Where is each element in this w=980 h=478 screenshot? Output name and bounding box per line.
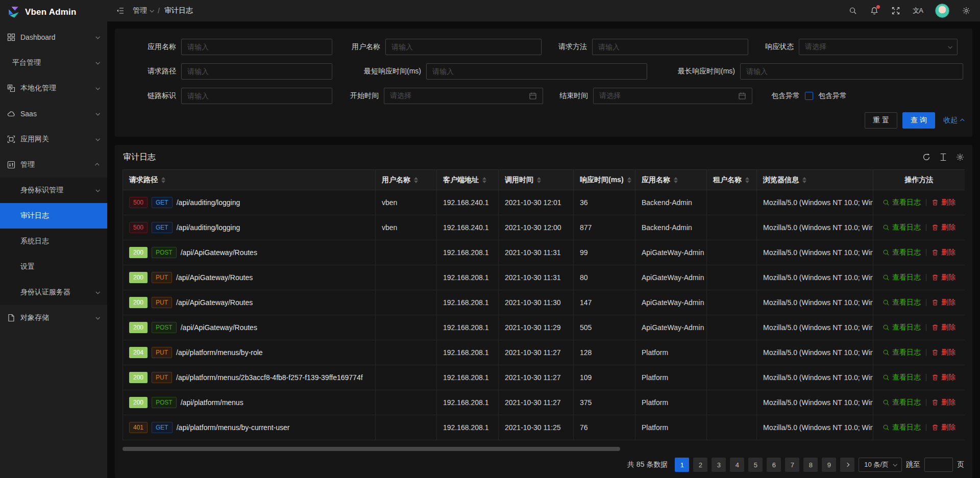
- sidebar-item-管理[interactable]: 管理: [0, 152, 107, 178]
- logo[interactable]: Vben Admin: [0, 0, 107, 24]
- notification-bell-icon[interactable]: [870, 6, 879, 15]
- page-size-select[interactable]: 10 条/页: [859, 458, 902, 472]
- table-row: 200POST/api/ApiGateway/Routes 192.168.20…: [123, 240, 965, 265]
- delete-button[interactable]: 删除: [932, 323, 955, 332]
- gateway-icon: [7, 135, 15, 143]
- min-response-time-input[interactable]: [426, 63, 647, 80]
- page-button-2[interactable]: 2: [693, 458, 707, 472]
- page-button-4[interactable]: 4: [730, 458, 744, 472]
- request-path-label: 请求路径: [123, 67, 181, 76]
- sidebar-item-平台管理[interactable]: 平台管理: [0, 50, 107, 76]
- end-time-picker[interactable]: 请选择: [593, 88, 752, 104]
- cell-app-name: ApiGateWay-Admin: [635, 240, 707, 265]
- search-icon[interactable]: [848, 6, 857, 15]
- start-time-picker[interactable]: 请选择: [384, 88, 543, 104]
- sidebar-item-label: 系统日志: [20, 237, 49, 246]
- cell-client-ip: 192.168.208.1: [437, 265, 499, 290]
- delete-button[interactable]: 删除: [932, 298, 955, 307]
- cell-operations: 查看日志删除: [873, 315, 965, 340]
- user-name-input[interactable]: [385, 39, 542, 55]
- row-height-icon[interactable]: [939, 153, 947, 162]
- search-button[interactable]: 查 询: [902, 112, 935, 129]
- delete-button[interactable]: 删除: [932, 423, 955, 432]
- page-button-9[interactable]: 9: [822, 458, 836, 472]
- sidebar-item-Dashboard[interactable]: Dashboard: [0, 24, 107, 50]
- view-log-button[interactable]: 查看日志: [883, 223, 921, 232]
- sidebar-item-对象存储[interactable]: 对象存储: [0, 305, 107, 331]
- page-button-7[interactable]: 7: [785, 458, 799, 472]
- field-start-time: 开始时间 请选择: [332, 88, 543, 104]
- page-button-6[interactable]: 6: [767, 458, 781, 472]
- page-button-8[interactable]: 8: [803, 458, 818, 472]
- view-log-button[interactable]: 查看日志: [883, 373, 921, 382]
- max-response-time-input[interactable]: [740, 63, 963, 80]
- response-status-select[interactable]: 请选择: [799, 39, 958, 55]
- column-label: 用户名称: [382, 175, 410, 185]
- menu-fold-icon[interactable]: [115, 6, 125, 15]
- settings-gear-icon[interactable]: [962, 6, 971, 15]
- sidebar-item-设置[interactable]: 设置: [0, 254, 107, 280]
- delete-button[interactable]: 删除: [932, 273, 955, 282]
- view-log-button[interactable]: 查看日志: [883, 298, 921, 307]
- column-header-ip[interactable]: 客户端地址: [437, 170, 499, 190]
- translate-icon[interactable]: 文A: [913, 6, 923, 15]
- delete-button[interactable]: 删除: [932, 223, 955, 232]
- trace-id-input[interactable]: [181, 88, 332, 104]
- view-log-button[interactable]: 查看日志: [883, 248, 921, 257]
- sidebar-item-审计日志[interactable]: 审计日志: [0, 203, 107, 229]
- request-path-input[interactable]: [181, 63, 332, 80]
- view-log-button[interactable]: 查看日志: [883, 348, 921, 357]
- user-name-label: 用户名称: [332, 42, 385, 52]
- delete-button[interactable]: 删除: [932, 198, 955, 207]
- sidebar-item-Saas[interactable]: Saas: [0, 101, 107, 127]
- delete-button[interactable]: 删除: [932, 348, 955, 357]
- sidebar-item-身份认证服务器[interactable]: 身份认证服务器: [0, 280, 107, 305]
- sidebar-item-身份标识管理[interactable]: 身份标识管理: [0, 178, 107, 203]
- column-header-time[interactable]: 调用时间: [499, 170, 574, 190]
- page-button-3[interactable]: 3: [712, 458, 726, 472]
- fullscreen-icon[interactable]: [891, 6, 900, 15]
- cell-request-path: 401GET/api/platform/menus/by-current-use…: [123, 415, 376, 440]
- filter-row-3: 链路标识 开始时间 请选择 结束时间 请选择: [123, 88, 964, 104]
- reset-button[interactable]: 重 置: [865, 112, 897, 129]
- column-header-app[interactable]: 应用名称: [635, 170, 707, 190]
- cell-call-time: 2021-10-30 11:29: [499, 315, 574, 340]
- horizontal-scrollbar-thumb[interactable]: [122, 447, 620, 451]
- app-name-input[interactable]: [181, 39, 332, 55]
- page-button-5[interactable]: 5: [748, 458, 763, 472]
- sidebar-item-应用网关[interactable]: 应用网关: [0, 127, 107, 152]
- column-header-duration[interactable]: 响应时间(ms): [574, 170, 635, 190]
- cell-call-time: 2021-10-30 12:01: [499, 190, 574, 215]
- sidebar-item-本地化管理[interactable]: 本地化管理: [0, 76, 107, 101]
- view-log-button[interactable]: 查看日志: [883, 398, 921, 407]
- jump-page-input[interactable]: [924, 458, 953, 472]
- delete-button[interactable]: 删除: [932, 398, 955, 407]
- column-header-tenant[interactable]: 租户名称: [707, 170, 757, 190]
- column-settings-gear-icon[interactable]: [955, 153, 964, 162]
- view-log-button[interactable]: 查看日志: [883, 198, 921, 207]
- status-badge: 500: [129, 222, 148, 233]
- view-log-button[interactable]: 查看日志: [883, 323, 921, 332]
- column-header-path[interactable]: 请求路径: [123, 170, 376, 190]
- view-log-button[interactable]: 查看日志: [883, 423, 921, 432]
- collapse-link[interactable]: 收起: [943, 116, 964, 125]
- delete-button[interactable]: 删除: [932, 248, 955, 257]
- cell-client-ip: 192.168.208.1: [437, 290, 499, 315]
- field-end-time: 结束时间 请选择: [543, 88, 752, 104]
- breadcrumb-item-manage[interactable]: 管理: [133, 6, 153, 15]
- page-button-1[interactable]: 1: [675, 458, 689, 472]
- avatar[interactable]: [935, 4, 949, 18]
- sidebar-item-系统日志[interactable]: 系统日志: [0, 229, 107, 254]
- delete-button[interactable]: 删除: [932, 373, 955, 382]
- sidebar-item-label: 设置: [20, 262, 35, 271]
- column-header-browser[interactable]: 浏览器信息: [757, 170, 873, 190]
- reload-icon[interactable]: [922, 153, 930, 162]
- status-badge: 500: [129, 197, 148, 208]
- view-log-button[interactable]: 查看日志: [883, 273, 921, 282]
- collapse-label: 收起: [943, 116, 958, 125]
- next-page-button[interactable]: [840, 458, 854, 472]
- column-label: 租户名称: [713, 175, 742, 185]
- column-header-user[interactable]: 用户名称: [376, 170, 437, 190]
- request-method-input[interactable]: [592, 39, 748, 55]
- include-exception-checkbox[interactable]: [805, 92, 813, 100]
